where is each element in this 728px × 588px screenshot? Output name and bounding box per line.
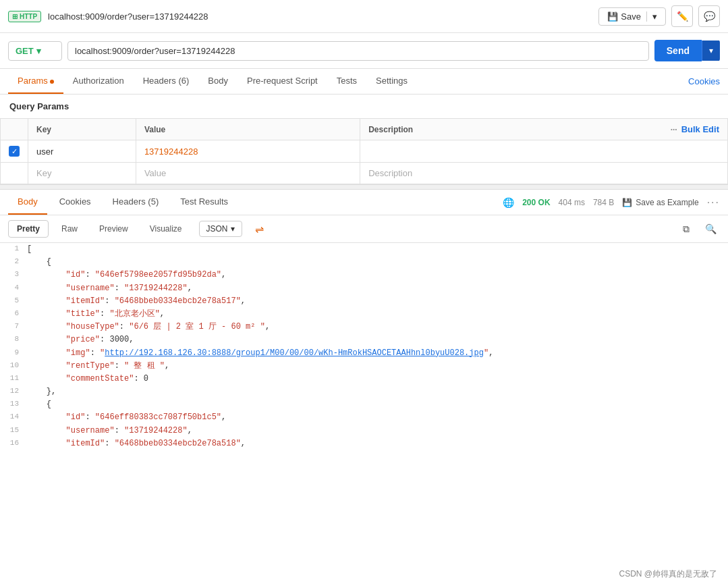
json-line-11: 11 "commentState": 0 bbox=[0, 373, 728, 385]
response-tab-body[interactable]: Body bbox=[8, 190, 47, 215]
param-desc-user[interactable] bbox=[360, 140, 728, 163]
comment-icon: 💬 bbox=[704, 11, 715, 22]
response-tab-cookies[interactable]: Cookies bbox=[50, 190, 101, 215]
format-pretty-button[interactable]: Pretty bbox=[8, 220, 49, 238]
method-dropdown-arrow: ▾ bbox=[36, 46, 41, 56]
param-value-user[interactable]: 13719244228 bbox=[136, 140, 360, 163]
params-table: Key Value Description ··· Bulk Edit user… bbox=[0, 118, 728, 184]
globe-icon: 🌐 bbox=[503, 197, 514, 208]
response-tab-headers[interactable]: Headers (5) bbox=[103, 190, 169, 215]
tab-pre-request-script[interactable]: Pre-request Script bbox=[237, 69, 327, 94]
search-button[interactable]: 🔍 bbox=[701, 219, 720, 238]
json-line-12: 12 }, bbox=[0, 385, 728, 398]
param-row-new: Key Value Description bbox=[1, 163, 728, 184]
json-line-15: 15 "username": "13719244228", bbox=[0, 425, 728, 437]
json-line-4: 4 "username": "13719244228", bbox=[0, 282, 728, 295]
url-input[interactable] bbox=[67, 41, 649, 61]
json-line-5: 5 "itemId": "6468bbeb0334ebcb2e78a517", bbox=[0, 295, 728, 308]
json-viewer: 1 [ 2 { 3 "id": "646ef5798ee2057fd95b92d… bbox=[0, 243, 728, 450]
edit-icon: ✏️ bbox=[677, 11, 688, 22]
json-line-1: 1 [ bbox=[0, 243, 728, 256]
more-options-button[interactable]: ··· bbox=[707, 196, 720, 209]
format-type-arrow: ▾ bbox=[231, 224, 235, 234]
http-icon: ⊞ bbox=[12, 13, 18, 20]
param-key-new[interactable]: Key bbox=[28, 163, 136, 184]
http-badge: ⊞ HTTP bbox=[8, 11, 41, 22]
method-select[interactable]: GET ▾ bbox=[8, 41, 62, 61]
top-bar: ⊞ HTTP localhost:9009/order?user=1371924… bbox=[0, 0, 728, 33]
json-line-7: 7 "houseType": "6/6 层 | 2 室 1 厅 - 60 m² … bbox=[0, 321, 728, 333]
col-key: Key bbox=[28, 119, 136, 140]
send-button-group: Send ▾ bbox=[654, 40, 720, 61]
request-tabs-bar: Params Authorization Headers (6) Body Pr… bbox=[0, 69, 728, 95]
copy-button[interactable]: ⧉ bbox=[677, 219, 696, 238]
json-line-9: 9 "img": "http://192.168.126.30:8888/gro… bbox=[0, 347, 728, 360]
response-tabs-bar: Body Cookies Headers (5) Test Results 🌐 … bbox=[0, 190, 728, 215]
query-params-header: Query Params bbox=[0, 95, 728, 118]
save-button[interactable]: 💾 Save ▾ bbox=[598, 7, 666, 26]
save-icon: 💾 bbox=[607, 11, 618, 22]
json-line-2: 2 { bbox=[0, 256, 728, 269]
top-actions: 💾 Save ▾ ✏️ 💬 bbox=[598, 5, 720, 27]
col-description: Description ··· Bulk Edit bbox=[360, 119, 728, 140]
section-divider bbox=[0, 184, 728, 190]
format-bar: Pretty Raw Preview Visualize JSON ▾ ⇌ ⧉ … bbox=[0, 215, 728, 243]
param-row-user: user 13719244228 bbox=[1, 140, 728, 163]
format-raw-button[interactable]: Raw bbox=[53, 220, 86, 238]
save-example-button[interactable]: 💾 Save as Example bbox=[622, 198, 698, 207]
param-desc-new[interactable]: Description bbox=[360, 163, 728, 184]
param-key-user[interactable]: user bbox=[28, 140, 136, 163]
json-line-13: 13 { bbox=[0, 398, 728, 411]
edit-button[interactable]: ✏️ bbox=[671, 5, 693, 27]
tab-headers[interactable]: Headers (6) bbox=[134, 69, 199, 94]
json-line-14: 14 "id": "646eff80383cc7087f50b1c5", bbox=[0, 411, 728, 424]
response-meta: 🌐 200 OK 404 ms 784 B 💾 Save as Example … bbox=[503, 196, 720, 209]
json-line-6: 6 "title": "北京老小区", bbox=[0, 308, 728, 321]
send-dropdown-button[interactable]: ▾ bbox=[702, 41, 720, 61]
response-status: 200 OK bbox=[522, 198, 550, 207]
response-size: 784 B bbox=[593, 198, 614, 207]
json-line-3: 3 "id": "646ef5798ee2057fd95b92da", bbox=[0, 269, 728, 282]
response-tab-test-results[interactable]: Test Results bbox=[171, 190, 237, 215]
save-example-icon: 💾 bbox=[622, 198, 632, 207]
param-value-new[interactable]: Value bbox=[136, 163, 360, 184]
tab-params[interactable]: Params bbox=[8, 69, 63, 94]
col-checkbox bbox=[1, 119, 28, 140]
request-url-title: localhost:9009/order?user=13719244228 bbox=[48, 11, 592, 22]
send-button[interactable]: Send bbox=[654, 40, 702, 61]
response-time: 404 ms bbox=[559, 198, 585, 207]
tab-settings[interactable]: Settings bbox=[366, 69, 417, 94]
json-line-10: 10 "rentType": " 整 租 ", bbox=[0, 360, 728, 373]
bulk-edit-button[interactable]: Bulk Edit bbox=[681, 124, 719, 134]
col-value: Value bbox=[136, 119, 360, 140]
params-dot bbox=[50, 80, 54, 84]
tab-authorization[interactable]: Authorization bbox=[63, 69, 134, 94]
json-line-16: 16 "itemId": "6468bbeb0334ebcb2e78a518", bbox=[0, 437, 728, 450]
bulk-edit-dots: ··· bbox=[671, 125, 677, 134]
comment-button[interactable]: 💬 bbox=[698, 5, 720, 27]
tab-tests[interactable]: Tests bbox=[327, 69, 366, 94]
request-bar: GET ▾ Send ▾ bbox=[0, 33, 728, 69]
wrap-icon[interactable]: ⇌ bbox=[250, 219, 269, 238]
format-preview-button[interactable]: Preview bbox=[90, 220, 137, 238]
tab-body[interactable]: Body bbox=[198, 69, 237, 94]
cookies-link[interactable]: Cookies bbox=[688, 76, 720, 86]
format-type-select[interactable]: JSON ▾ bbox=[199, 221, 242, 237]
save-dropdown-arrow[interactable]: ▾ bbox=[646, 11, 657, 22]
json-line-8: 8 "price": 3000, bbox=[0, 333, 728, 346]
format-visualize-button[interactable]: Visualize bbox=[141, 220, 191, 238]
param-checkbox-user[interactable] bbox=[9, 146, 20, 157]
